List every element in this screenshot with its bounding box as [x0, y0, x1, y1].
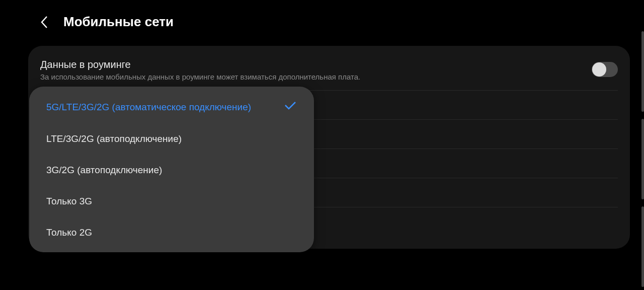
page-title: Мобильные сети [63, 14, 174, 30]
header: Мобильные сети [0, 0, 644, 40]
popup-item-2g[interactable]: Только 2G [29, 217, 314, 248]
popup-item-3g[interactable]: Только 3G [29, 186, 314, 217]
scroll-indicator [641, 119, 644, 199]
scroll-indicator [641, 31, 644, 112]
popup-item-5g[interactable]: 5G/LTE/3G/2G (автоматическое подключение… [29, 91, 314, 123]
popup-item-3g2g[interactable]: 3G/2G (автоподключение) [29, 155, 314, 186]
scroll-indicator [641, 206, 644, 287]
popup-item-label: 3G/2G (автоподключение) [46, 165, 162, 176]
network-mode-popup: 5G/LTE/3G/2G (автоматическое подключение… [29, 87, 314, 252]
roaming-toggle[interactable] [592, 62, 618, 77]
popup-item-label: 5G/LTE/3G/2G (автоматическое подключение… [46, 102, 251, 113]
roaming-desc: За использование мобильных данных в роум… [40, 72, 592, 81]
popup-item-label: Только 3G [46, 196, 92, 207]
roaming-row[interactable]: Данные в роуминге За использование мобил… [40, 55, 618, 91]
popup-item-label: Только 2G [46, 227, 92, 238]
back-icon[interactable] [38, 16, 50, 28]
roaming-text: Данные в роуминге За использование мобил… [40, 59, 592, 81]
roaming-title: Данные в роуминге [40, 59, 592, 70]
popup-item-label: LTE/3G/2G (автоподключение) [46, 133, 182, 144]
check-icon [284, 101, 297, 113]
popup-item-lte[interactable]: LTE/3G/2G (автоподключение) [29, 123, 314, 155]
